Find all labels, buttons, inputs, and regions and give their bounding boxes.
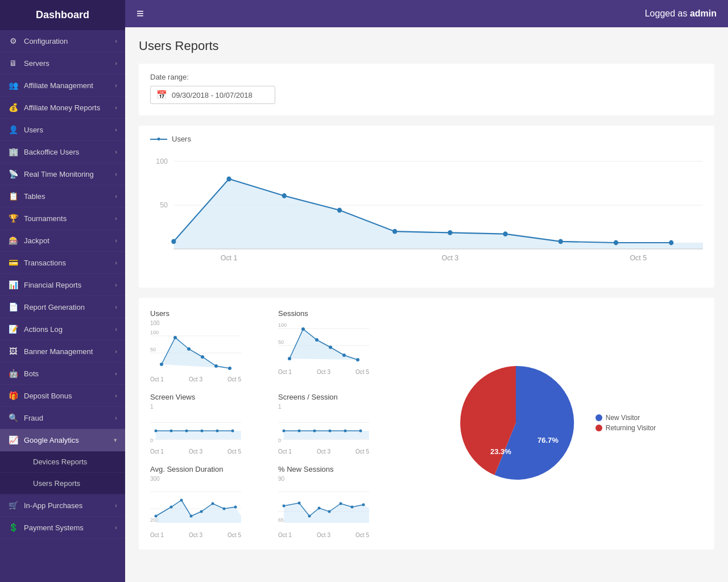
sidebar-item-tables[interactable]: 📋Tables› (0, 185, 125, 207)
chart-legend: Users (150, 135, 703, 143)
sidebar-icon: 📝 (8, 325, 18, 334)
chevron-right-icon: › (115, 304, 117, 310)
svg-point-27 (187, 347, 191, 351)
svg-text:0: 0 (278, 438, 281, 443)
svg-point-49 (201, 430, 204, 433)
sidebar-icon: 💲 (8, 523, 18, 532)
chevron-right-icon: › (115, 502, 117, 509)
chevron-right-icon: › (115, 414, 117, 421)
mini-chart-title-avg-session: Avg. Session Duration (150, 465, 261, 473)
chevron-right-icon: › (115, 524, 117, 531)
pie-legend: New Visitor Returning Visitor (595, 414, 656, 434)
sidebar-item-fraud[interactable]: 🔍Fraud› (0, 407, 125, 429)
sidebar-item-servers[interactable]: 🖥Servers› (0, 52, 125, 74)
sidebar-item-label: Tournaments (24, 214, 67, 223)
svg-point-8 (282, 193, 287, 198)
page-title: Users Reports (139, 39, 714, 53)
sidebar-item-bots[interactable]: 🤖Bots› (0, 363, 125, 385)
svg-text:50: 50 (160, 201, 168, 209)
sidebar-item-configuration[interactable]: ⚙Configuration› (0, 30, 125, 52)
sidebar-icon: 📡 (8, 169, 18, 178)
chevron-right-icon: › (115, 237, 117, 244)
chevron-right-icon: › (115, 193, 117, 199)
sidebar-icon: 🎁 (8, 391, 18, 400)
sidebar-item-financial-reports[interactable]: 📊Financial Reports› (0, 274, 125, 296)
main-chart-svg: 100 50 (150, 149, 703, 274)
sidebar-item-affiliate-management[interactable]: 👥Affiliate Management› (0, 74, 125, 97)
returning-visitor-dot (595, 425, 602, 431)
svg-point-84 (351, 506, 354, 509)
sidebar-item-label: In-App Purchases (24, 501, 82, 510)
svg-point-47 (170, 430, 173, 433)
sidebar-item-payment-systems[interactable]: 💲Payment Systems› (0, 517, 125, 539)
svg-point-58 (313, 430, 316, 433)
svg-marker-45 (156, 431, 241, 439)
svg-point-67 (170, 506, 173, 509)
svg-marker-55 (284, 431, 369, 439)
svg-text:0: 0 (150, 438, 153, 443)
svg-point-60 (344, 430, 347, 433)
svg-point-57 (298, 430, 301, 433)
sidebar-item-devices-reports[interactable]: Devices Reports (0, 451, 125, 473)
sidebar-item-deposit-bonus[interactable]: 🎁Deposit Bonus› (0, 385, 125, 407)
mini-chart-avg-session-svg: 200 (150, 483, 241, 529)
user-info: Logged as admin (645, 9, 717, 19)
sidebar-item-label: Fraud (24, 414, 43, 422)
sidebar-item-in-app-purchases[interactable]: 🛒In-App Purchases› (0, 494, 125, 517)
main-panel: ≡ Logged as admin Users Reports Date ran… (125, 0, 728, 582)
svg-marker-65 (156, 500, 241, 523)
sidebar-icon: 💳 (8, 258, 18, 267)
chevron-right-icon: › (115, 259, 117, 266)
calendar-icon: 📅 (156, 90, 167, 100)
svg-point-28 (201, 355, 204, 359)
sidebar-title: Dashboard (0, 0, 125, 30)
svg-point-29 (214, 364, 218, 368)
svg-point-12 (503, 231, 507, 236)
sidebar-item-users[interactable]: 👤Users› (0, 119, 125, 141)
chevron-right-icon: › (115, 126, 117, 133)
sidebar-item-label: Backoffice Users (24, 148, 79, 156)
pie-chart-svg: 76.7% 23.3% (448, 355, 584, 491)
sidebar-item-backoffice-users[interactable]: 🏢Backoffice Users› (0, 141, 125, 163)
sidebar-item-transactions[interactable]: 💳Transactions› (0, 252, 125, 274)
chevron-right-icon: › (115, 215, 117, 222)
sidebar-item-google-analytics[interactable]: 📈Google Analytics▾ (0, 429, 125, 451)
sidebar-item-banner-management[interactable]: 🖼Banner Management› (0, 340, 125, 363)
sidebar-item-users-reports[interactable]: Users Reports (0, 473, 125, 494)
svg-point-66 (155, 515, 158, 518)
svg-point-61 (359, 430, 362, 433)
sidebar-item-report-generation[interactable]: 📄Report Generation› (0, 296, 125, 318)
svg-text:50: 50 (150, 347, 156, 352)
sidebar-icon: 📄 (8, 302, 18, 311)
mini-chart-new-sessions-svg: 65 (278, 483, 369, 529)
sidebar-item-tournaments[interactable]: 🏆Tournaments› (0, 207, 125, 230)
chevron-right-icon: › (115, 38, 117, 44)
chevron-right-icon: › (115, 392, 117, 399)
date-range-picker[interactable]: 📅 09/30/2018 - 10/07/2018 (150, 86, 275, 104)
svg-point-46 (155, 430, 158, 433)
sidebar-item-label: Users (24, 126, 43, 134)
hamburger-icon[interactable]: ≡ (136, 6, 144, 21)
svg-point-9 (337, 207, 342, 213)
svg-text:100: 100 (156, 157, 168, 165)
svg-marker-5 (173, 179, 703, 249)
svg-point-39 (329, 346, 332, 349)
sidebar-item-real-time-monitoring[interactable]: 📡Real Time Monitoring› (0, 163, 125, 185)
sidebar-item-label: Users Reports (33, 479, 80, 488)
sidebar-item-actions-log[interactable]: 📝Actions Log› (0, 318, 125, 340)
chevron-down-icon: ▾ (114, 436, 117, 444)
chevron-right-icon: › (115, 60, 117, 66)
sidebar-icon: ⚙ (8, 36, 18, 45)
svg-marker-35 (289, 329, 358, 360)
bottom-section: Users 100 100 50 (139, 298, 714, 550)
svg-point-56 (283, 430, 286, 433)
sidebar-item-jackpot[interactable]: 🎰Jackpot› (0, 230, 125, 252)
sidebar-item-affiliate-money-reports[interactable]: 💰Affiliate Money Reports› (0, 97, 125, 119)
svg-text:65: 65 (278, 517, 284, 523)
svg-point-7 (226, 176, 231, 181)
pie-chart-container: 76.7% 23.3% (448, 355, 584, 493)
sidebar-item-label: Affiliate Money Reports (24, 103, 100, 112)
svg-point-26 (173, 336, 177, 339)
svg-point-11 (448, 230, 452, 235)
svg-text:100: 100 (150, 330, 159, 335)
